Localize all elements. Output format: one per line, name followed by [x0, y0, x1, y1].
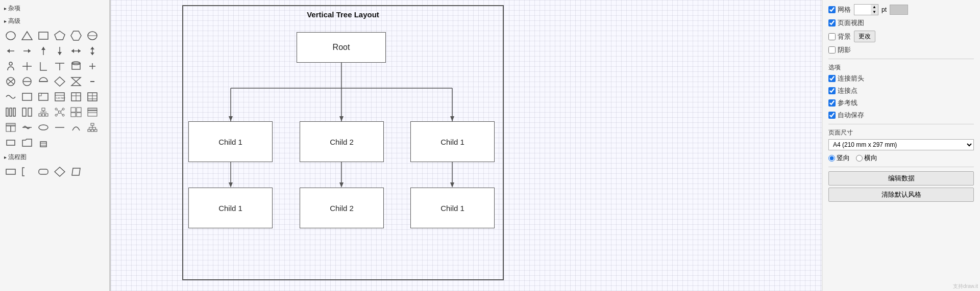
connect-arrow-label[interactable]: 连接箭头	[828, 74, 864, 83]
reference-line-label[interactable]: 参考线	[828, 98, 857, 108]
shape-person[interactable]	[3, 59, 18, 73]
section-misc[interactable]: 杂项	[0, 2, 109, 15]
section-advanced[interactable]: 高级	[0, 15, 109, 28]
shape-circle2[interactable]	[85, 29, 100, 43]
svg-marker-10	[28, 49, 31, 53]
shape-t-shape[interactable]	[52, 59, 67, 73]
svg-point-68	[62, 108, 64, 110]
shape-hour-glass[interactable]	[85, 74, 100, 89]
shape-minus-circle[interactable]	[19, 74, 35, 89]
shape-folded-rect[interactable]	[36, 90, 51, 104]
shape-table[interactable]	[68, 90, 84, 104]
shape-hexagon[interactable]	[68, 29, 84, 43]
change-button[interactable]: 更改	[854, 31, 875, 42]
node-child2-3[interactable]: Child 1	[410, 188, 495, 228]
shape-cylinder[interactable]	[68, 59, 84, 73]
shape-arrow-right[interactable]	[19, 44, 35, 58]
grid-spin-up[interactable]: ▲	[871, 5, 878, 10]
node-child2-2[interactable]: Child 2	[300, 188, 384, 228]
shape-triangle[interactable]	[19, 29, 35, 43]
shape-flow-round-rect[interactable]	[36, 165, 51, 179]
divider2	[828, 124, 974, 124]
connect-arrow-checkbox[interactable]	[828, 75, 836, 82]
shape-flow-rect[interactable]	[3, 165, 18, 179]
page-size-select-row: A4 (210 mm x 297 mm)	[828, 139, 974, 150]
svg-rect-2	[39, 32, 48, 39]
svg-marker-114	[229, 182, 233, 188]
reference-line-checkbox[interactable]	[828, 99, 836, 107]
shape-updown-arrow[interactable]	[85, 44, 100, 58]
shape-arrow-left[interactable]	[3, 44, 18, 58]
connect-point-label[interactable]: 连接点	[828, 86, 857, 95]
shape-flow-diamond[interactable]	[52, 165, 67, 179]
node-child1-3[interactable]: Child 1	[410, 121, 495, 162]
shadow-checkbox-label[interactable]: 阴影	[828, 45, 851, 55]
svg-marker-1	[22, 32, 32, 40]
landscape-radio[interactable]	[856, 155, 863, 162]
shape-org[interactable]	[85, 120, 100, 135]
shape-diamond[interactable]	[52, 74, 67, 89]
shape-x-circle[interactable]	[3, 74, 18, 89]
shape-circle[interactable]	[3, 29, 18, 43]
shape-bowtie[interactable]	[68, 74, 84, 89]
shape-arrow-up[interactable]	[36, 44, 51, 58]
grid-spin[interactable]: 10 ▲ ▼	[854, 4, 878, 15]
svg-rect-60	[42, 108, 45, 111]
shape-cluster[interactable]	[68, 105, 84, 119]
portrait-radio[interactable]	[828, 155, 835, 162]
diagram-container: Vertical Tree Layout	[182, 5, 504, 280]
portrait-label[interactable]: 竖向	[828, 153, 850, 163]
landscape-label[interactable]: 横向	[856, 153, 877, 163]
pageview-checkbox-label[interactable]: 页面视图	[828, 18, 864, 28]
edit-data-button[interactable]: 编辑数据	[828, 171, 974, 186]
shape-arc[interactable]	[68, 120, 84, 135]
shape-cross[interactable]	[19, 59, 35, 73]
connect-point-checkbox[interactable]	[828, 87, 836, 94]
grid-checkbox[interactable]	[828, 6, 836, 13]
section-flowchart[interactable]: 流程图	[0, 151, 109, 164]
shape-entity2[interactable]	[3, 120, 18, 135]
shape-rect[interactable]	[36, 29, 51, 43]
node-root[interactable]: Root	[297, 32, 386, 63]
shape-line[interactable]	[52, 120, 67, 135]
shape-double-arrow[interactable]	[68, 44, 84, 58]
grid-value-input[interactable]: 10	[854, 6, 871, 14]
shape-db[interactable]	[36, 136, 51, 150]
main-canvas[interactable]: Vertical Tree Layout	[111, 0, 822, 291]
shape-l-shape[interactable]	[36, 59, 51, 73]
shape-half-circle[interactable]	[36, 74, 51, 89]
svg-marker-112	[450, 116, 454, 121]
grid-spin-down[interactable]: ▼	[871, 10, 878, 15]
auto-save-label[interactable]: 自动保存	[828, 111, 864, 120]
page-size-select[interactable]: A4 (210 mm x 297 mm)	[828, 139, 974, 150]
background-checkbox[interactable]	[828, 33, 836, 40]
shape-pentagon[interactable]	[52, 29, 67, 43]
background-checkbox-label[interactable]: 背景	[828, 32, 851, 41]
shape-plain-rect[interactable]	[19, 90, 35, 104]
pageview-checkbox[interactable]	[828, 19, 836, 27]
shape-list[interactable]: List Item	[52, 90, 67, 104]
shape-flow-para[interactable]	[68, 165, 84, 179]
grid-checkbox-label[interactable]: 网格	[828, 5, 851, 14]
auto-save-checkbox[interactable]	[828, 112, 836, 119]
shape-table2[interactable]	[85, 90, 100, 104]
node-child1-2[interactable]: Child 2	[300, 121, 384, 162]
shape-col2[interactable]	[19, 105, 35, 119]
node-child1-1[interactable]: Child 1	[188, 121, 273, 162]
divider1	[828, 59, 974, 59]
shape-entity[interactable]	[85, 105, 100, 119]
clear-style-button[interactable]: 清除默认风格	[828, 188, 974, 202]
shape-tree[interactable]	[36, 105, 51, 119]
node-child2-1[interactable]: Child 1	[188, 188, 273, 228]
shape-flow-bracket[interactable]	[19, 165, 35, 179]
shape-arrow-down[interactable]	[52, 44, 67, 58]
shape-col3[interactable]	[3, 105, 18, 119]
shape-network[interactable]	[52, 105, 67, 119]
shape-plus-circle[interactable]	[85, 59, 100, 73]
shape-folder[interactable]	[19, 136, 35, 150]
shape-proc[interactable]	[3, 136, 18, 150]
shape-oval[interactable]	[36, 120, 51, 135]
shadow-checkbox[interactable]	[828, 46, 836, 54]
shape-swim[interactable]	[19, 120, 35, 135]
shape-wave[interactable]	[3, 90, 18, 104]
